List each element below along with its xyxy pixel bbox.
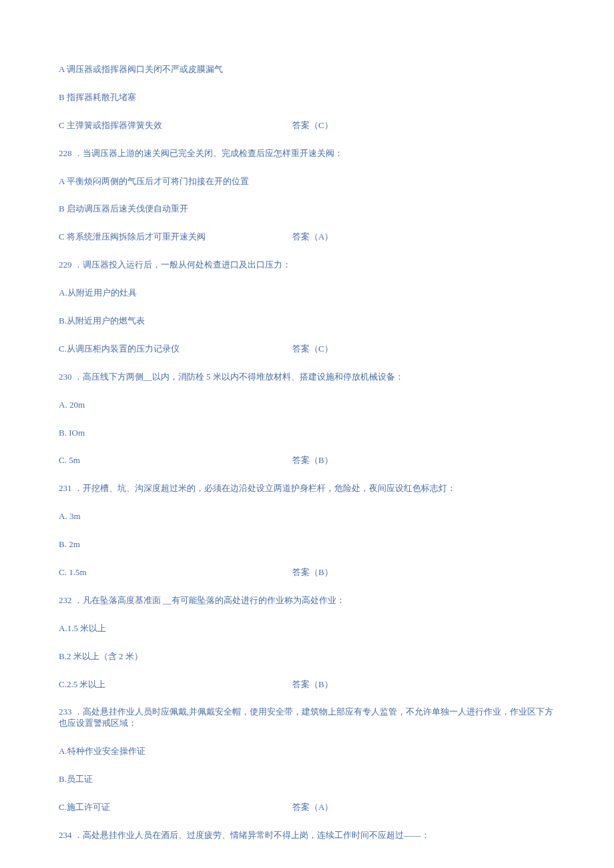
text-line: A. 20m	[59, 400, 555, 411]
option-text: C. 1.5m	[59, 567, 292, 578]
line-text: 231 ．开挖槽、坑、沟深度超过米的，必须在边沿处设立两道护身栏杆，危险处，夜间…	[59, 483, 555, 494]
text-line: 230 ．高压线下方两侧__以内，消防栓 5 米以内不得堆放材料、搭建设施和停放…	[59, 372, 555, 383]
text-line: C. 1.5m答案（B）	[59, 567, 555, 578]
option-text: A.1.5 米以上	[59, 623, 292, 634]
answer-text	[292, 651, 555, 663]
text-line: A.从附近用户的灶具	[59, 288, 555, 299]
text-line: A. 3m	[59, 511, 555, 522]
answer-text	[292, 176, 555, 187]
text-line: 228 ．当调压器上游的速关阀已完全关闭。完成检查后应怎样重开速关阀：	[59, 148, 555, 159]
answer-text: 答案（A）	[292, 802, 555, 813]
text-line: C 主弹簧或指挥器弹簧失效答案（C）	[59, 120, 555, 131]
option-text: B.2 米以上（含 2 米）	[59, 651, 292, 663]
text-line: 233 ．高处悬挂作业人员时应佩戴,并佩戴安全帽，使用安全带，建筑物上部应有专人…	[59, 707, 555, 729]
text-line: C 将系统泄压阀拆除后才可重开速关阀答案（A）	[59, 232, 555, 243]
line-text: 232 ．凡在坠落高度基准面 __有可能坠落的高处进行的作业称为高处作业：	[59, 595, 555, 606]
line-text: 234 ．高处悬挂作业人员在酒后、过度疲劳、情绪异常时不得上岗，连续工作时间不应…	[59, 830, 555, 841]
answer-text: 答案（B）	[292, 679, 555, 691]
answer-text: 答案（A）	[292, 232, 555, 243]
line-text: 229 ．调压器投入运行后，一般从何处检查进口及出口压力：	[59, 260, 555, 271]
option-text: B 启动调压器后速关伐便自动重开	[59, 203, 292, 215]
text-line: A.1.5 米以上	[59, 623, 555, 634]
text-line: 232 ．凡在坠落高度基准面 __有可能坠落的高处进行的作业称为高处作业：	[59, 595, 555, 606]
answer-text: 答案（B）	[292, 455, 555, 466]
answer-text	[292, 288, 555, 299]
option-text: A. 3m	[59, 511, 292, 522]
option-text: B.员工证	[59, 774, 292, 785]
document-page: A 调压器或指挥器阀口关闭不严或皮膜漏气B 指挥器耗散孔堵塞C 主弹簧或指挥器弹…	[0, 0, 614, 868]
text-line: C.2.5 米以上答案（B）	[59, 679, 555, 691]
option-text: C.施工许可证	[59, 802, 292, 813]
option-text: B.从附近用户的燃气表	[59, 316, 292, 327]
text-line: B 启动调压器后速关伐便自动重开	[59, 203, 555, 215]
answer-text	[292, 774, 555, 785]
text-line: A.特种作业安全操作证	[59, 746, 555, 757]
answer-text	[292, 92, 555, 103]
option-text: B. IOm	[59, 428, 292, 439]
answer-text	[292, 428, 555, 439]
answer-text	[292, 400, 555, 411]
answer-text: 答案（C）	[292, 120, 555, 131]
option-text: B 指挥器耗散孔堵塞	[59, 92, 292, 103]
option-text: B. 2m	[59, 539, 292, 550]
text-line: 229 ．调压器投入运行后，一般从何处检查进口及出口压力：	[59, 260, 555, 271]
text-line: 231 ．开挖槽、坑、沟深度超过米的，必须在边沿处设立两道护身栏杆，危险处，夜间…	[59, 483, 555, 494]
answer-text	[292, 511, 555, 522]
answer-text	[292, 64, 555, 75]
text-line: B 指挥器耗散孔堵塞	[59, 92, 555, 103]
line-text: 230 ．高压线下方两侧__以内，消防栓 5 米以内不得堆放材料、搭建设施和停放…	[59, 372, 555, 383]
answer-text	[292, 746, 555, 757]
option-text: C 将系统泄压阀拆除后才可重开速关阀	[59, 232, 292, 243]
answer-text	[292, 539, 555, 550]
text-line: A 平衡烦闷两侧的气压后才可将门扣接在开的位置	[59, 176, 555, 187]
option-text: A 调压器或指挥器阀口关闭不严或皮膜漏气	[59, 64, 292, 75]
line-text: 228 ．当调压器上游的速关阀已完全关闭。完成检查后应怎样重开速关阀：	[59, 148, 555, 159]
text-line: B.2 米以上（含 2 米）	[59, 651, 555, 663]
answer-text	[292, 203, 555, 215]
text-line: B. IOm	[59, 428, 555, 439]
line-text: 233 ．高处悬挂作业人员时应佩戴,并佩戴安全帽，使用安全带，建筑物上部应有专人…	[59, 707, 555, 729]
option-text: C 主弹簧或指挥器弹簧失效	[59, 120, 292, 131]
text-line: A 调压器或指挥器阀口关闭不严或皮膜漏气	[59, 64, 555, 75]
text-line: B.从附近用户的燃气表	[59, 316, 555, 327]
text-line: B. 2m	[59, 539, 555, 550]
text-line: C. 5m答案（B）	[59, 455, 555, 466]
option-text: A. 20m	[59, 400, 292, 411]
option-text: A 平衡烦闷两侧的气压后才可将门扣接在开的位置	[59, 176, 292, 187]
option-text: C.2.5 米以上	[59, 679, 292, 691]
answer-text: 答案（C）	[292, 344, 555, 355]
option-text: C.从调压柜内装置的压力记录仪	[59, 344, 292, 355]
option-text: A.从附近用户的灶具	[59, 288, 292, 299]
text-line: C.施工许可证答案（A）	[59, 802, 555, 813]
text-line: B.员工证	[59, 774, 555, 785]
option-text: C. 5m	[59, 455, 292, 466]
answer-text: 答案（B）	[292, 567, 555, 578]
option-text: A.特种作业安全操作证	[59, 746, 292, 757]
text-line: C.从调压柜内装置的压力记录仪答案（C）	[59, 344, 555, 355]
answer-text	[292, 623, 555, 634]
text-line: 234 ．高处悬挂作业人员在酒后、过度疲劳、情绪异常时不得上岗，连续工作时间不应…	[59, 830, 555, 841]
answer-text	[292, 316, 555, 327]
